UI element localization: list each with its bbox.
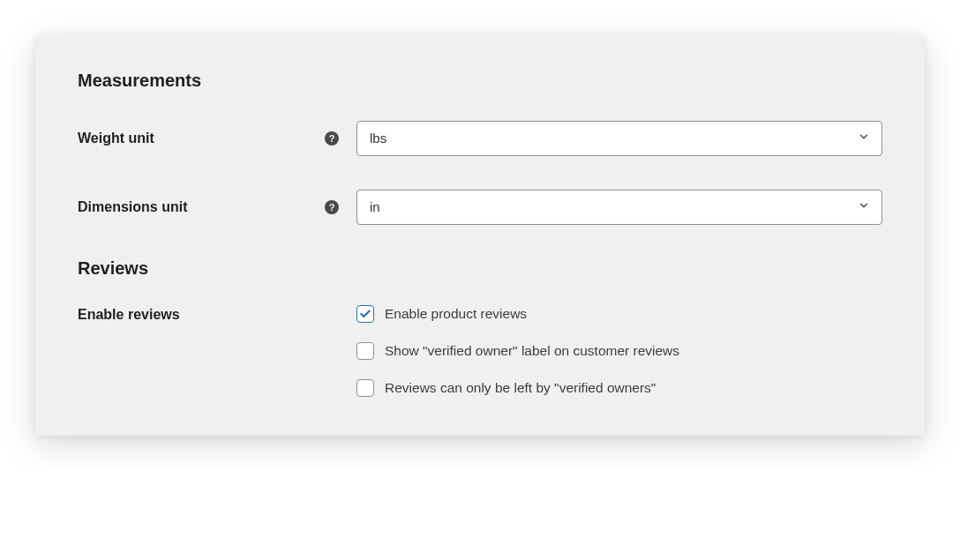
measurements-heading: Measurements	[78, 71, 882, 91]
checkbox-verified-owners-only[interactable]	[356, 379, 374, 397]
dimensions-unit-label-col: Dimensions unit ?	[78, 199, 356, 215]
checkbox-enable-product-reviews[interactable]	[356, 305, 374, 323]
checkbox-verified-owner-label[interactable]	[356, 342, 374, 360]
weight-unit-row: Weight unit ? lbs	[78, 121, 882, 156]
weight-unit-label-col: Weight unit ?	[78, 131, 356, 146]
help-icon[interactable]: ?	[325, 131, 339, 146]
checkbox-row-verified-owners-only: Reviews can only be left by "verified ow…	[356, 379, 882, 397]
checkbox-label[interactable]: Enable product reviews	[385, 306, 527, 322]
help-icon[interactable]: ?	[325, 200, 339, 214]
enable-reviews-label: Enable reviews	[78, 307, 180, 322]
reviews-heading: Reviews	[78, 258, 882, 279]
dimensions-unit-select-wrap: in	[356, 190, 882, 225]
checkbox-label[interactable]: Reviews can only be left by "verified ow…	[385, 380, 656, 396]
enable-reviews-group: Enable reviews Enable product reviews Sh…	[78, 305, 882, 397]
dimensions-unit-select[interactable]: in	[356, 190, 882, 225]
checkbox-label[interactable]: Show "verified owner" label on customer …	[385, 343, 679, 359]
dimensions-unit-label: Dimensions unit	[78, 199, 187, 215]
settings-panel: Measurements Weight unit ? lbs Dimension…	[35, 35, 925, 436]
weight-unit-select-wrap: lbs	[356, 121, 882, 156]
dimensions-unit-row: Dimensions unit ? in	[78, 190, 882, 225]
weight-unit-label: Weight unit	[78, 131, 154, 146]
checkbox-row-enable-product-reviews: Enable product reviews	[356, 305, 882, 323]
checkbox-row-verified-owner-label: Show "verified owner" label on customer …	[356, 342, 882, 360]
enable-reviews-options: Enable product reviews Show "verified ow…	[356, 305, 882, 397]
weight-unit-select[interactable]: lbs	[356, 121, 882, 156]
enable-reviews-label-col: Enable reviews	[78, 305, 356, 397]
